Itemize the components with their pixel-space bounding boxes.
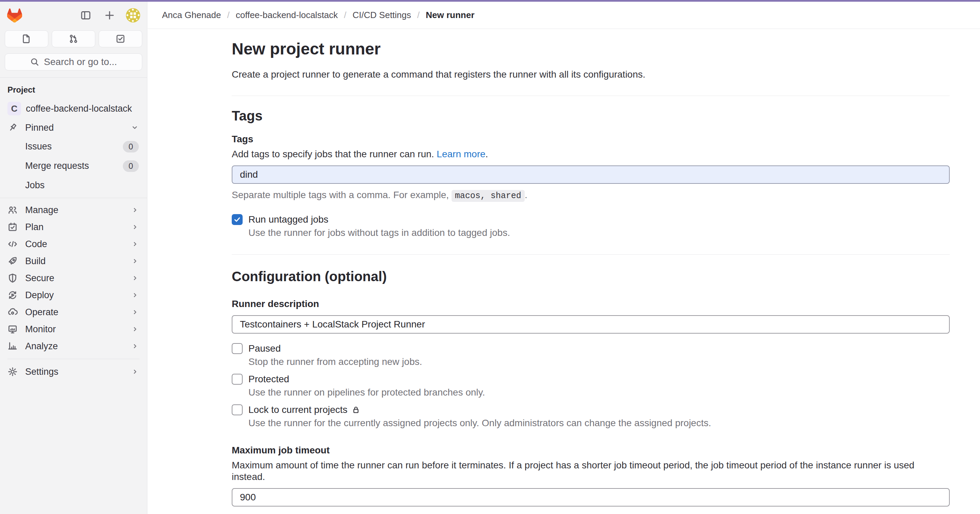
lock-to-current-projects-help: Use the runner for the currently assigne… — [248, 417, 950, 429]
issues-shortcut-button[interactable] — [5, 30, 48, 47]
project-name: coffee-backend-localstack — [26, 103, 139, 114]
jobs-label: Jobs — [25, 180, 139, 191]
rocket-icon — [8, 256, 25, 266]
chevron-right-icon — [131, 257, 139, 265]
tags-desc-text: Add tags to specify jobs that the runner… — [232, 149, 434, 159]
page-intro: Create a project runner to generate a co… — [232, 69, 950, 80]
paused-checkbox[interactable] — [232, 343, 243, 354]
tags-input[interactable] — [232, 165, 950, 184]
plus-icon[interactable] — [102, 8, 117, 23]
run-untagged-jobs-label[interactable]: Run untagged jobs — [248, 214, 328, 225]
sidebar-shortcuts — [0, 29, 147, 47]
operate-label: Operate — [25, 307, 131, 318]
gitlab-logo-icon[interactable] — [7, 8, 22, 22]
sidebar-item-merge-requests[interactable]: Merge requests 0 — [0, 156, 147, 176]
chevron-right-icon — [131, 342, 139, 350]
top-accent-bar — [0, 0, 980, 2]
max-job-timeout-input[interactable] — [232, 488, 950, 506]
monitor-label: Monitor — [25, 324, 131, 334]
search-input[interactable]: Search or go to... — [5, 53, 142, 70]
sidebar-header — [0, 2, 147, 29]
page-title: New project runner — [232, 39, 950, 59]
manage-label: Manage — [25, 205, 131, 215]
lock-to-current-projects-label[interactable]: Lock to current projects — [248, 404, 347, 415]
section-divider — [232, 254, 950, 255]
chevron-right-icon — [131, 206, 139, 214]
analyze-label: Analyze — [25, 341, 131, 352]
sidebar-item-manage[interactable]: Manage — [0, 202, 147, 218]
tags-example-code: macos, shared — [452, 190, 525, 202]
code-icon — [8, 239, 25, 249]
breadcrumb-separator: / — [344, 10, 347, 21]
sidebar-toggle-icon[interactable] — [78, 8, 93, 23]
sidebar-item-deploy[interactable]: Deploy — [0, 286, 147, 304]
code-label: Code — [25, 239, 131, 250]
search-placeholder: Search or go to... — [44, 57, 117, 67]
project-avatar: C — [8, 102, 21, 115]
breadcrumb-current: New runner — [426, 10, 474, 21]
sidebar: Search or go to... Project C coffee-back… — [0, 0, 147, 514]
runner-description-label: Runner description — [232, 298, 950, 310]
user-avatar[interactable] — [126, 8, 140, 22]
issues-doc-icon — [21, 34, 32, 44]
shield-icon — [8, 273, 25, 283]
sidebar-item-code[interactable]: Code — [0, 236, 147, 253]
cloud-pod-icon — [8, 307, 25, 317]
chevron-right-icon — [131, 368, 139, 376]
sidebar-divider — [0, 198, 147, 198]
lock-icon — [352, 406, 360, 414]
run-untagged-jobs-help: Use the runner for jobs without tags in … — [248, 227, 950, 239]
sidebar-item-plan[interactable]: Plan — [0, 218, 147, 236]
lock-to-current-projects-checkbox[interactable] — [232, 404, 243, 415]
sidebar-item-operate[interactable]: Operate — [0, 304, 147, 321]
secure-label: Secure — [25, 273, 131, 283]
todos-shortcut-button[interactable] — [99, 30, 142, 47]
chevron-right-icon — [131, 325, 139, 333]
sidebar-item-secure[interactable]: Secure — [0, 270, 147, 286]
run-untagged-jobs-checkbox[interactable] — [232, 214, 243, 225]
paused-row: Paused — [232, 343, 950, 354]
breadcrumb-cicd-settings[interactable]: CI/CD Settings — [353, 10, 411, 21]
sidebar-item-monitor[interactable]: Monitor — [0, 321, 147, 338]
max-job-timeout-desc: Maximum amount of time the runner can ru… — [232, 460, 950, 483]
runner-description-input[interactable] — [232, 315, 950, 334]
learn-more-link[interactable]: Learn more — [437, 149, 485, 159]
config-section-heading: Configuration (optional) — [232, 268, 950, 285]
protected-label[interactable]: Protected — [248, 374, 289, 385]
paused-label[interactable]: Paused — [248, 343, 281, 354]
sidebar-item-build[interactable]: Build — [0, 253, 147, 270]
sidebar-item-analyze[interactable]: Analyze — [0, 338, 147, 355]
issues-count-badge: 0 — [123, 141, 139, 153]
pinned-label: Pinned — [25, 123, 130, 133]
sidebar-divider — [8, 359, 140, 359]
monitor-icon — [8, 324, 25, 334]
sidebar-item-jobs[interactable]: Jobs — [0, 176, 147, 195]
sidebar-section-label: Project — [0, 78, 147, 99]
sidebar-item-pinned[interactable]: Pinned — [0, 118, 147, 137]
breadcrumb-separator: / — [227, 10, 229, 21]
tags-section-heading: Tags — [232, 108, 950, 124]
breadcrumb-project[interactable]: coffee-backend-localstack — [236, 10, 338, 21]
sidebar-item-settings[interactable]: Settings — [0, 363, 147, 380]
merge-requests-shortcut-button[interactable] — [52, 30, 95, 47]
max-job-timeout-label: Maximum job timeout — [232, 444, 950, 456]
issues-label: Issues — [25, 141, 123, 152]
protected-checkbox[interactable] — [232, 374, 243, 385]
build-label: Build — [25, 256, 131, 267]
breadcrumb-separator: / — [417, 10, 420, 21]
deploy-label: Deploy — [25, 290, 131, 301]
calendar-check-icon — [8, 222, 25, 232]
main-area: Anca Ghenade / coffee-backend-localstack… — [148, 2, 980, 514]
deploy-cycle-icon — [8, 290, 25, 300]
section-divider — [232, 95, 950, 96]
chevron-down-icon — [130, 124, 139, 132]
sidebar-item-project[interactable]: C coffee-backend-localstack — [0, 99, 147, 118]
chevron-right-icon — [131, 240, 139, 248]
chevron-right-icon — [131, 309, 139, 316]
chevron-right-icon — [131, 274, 139, 282]
breadcrumb-user[interactable]: Anca Ghenade — [162, 10, 221, 21]
tags-field-desc: Add tags to specify jobs that the runner… — [232, 148, 950, 160]
tags-desc-period: . — [485, 149, 488, 159]
chart-icon — [8, 341, 25, 351]
sidebar-item-issues[interactable]: Issues 0 — [0, 137, 147, 156]
